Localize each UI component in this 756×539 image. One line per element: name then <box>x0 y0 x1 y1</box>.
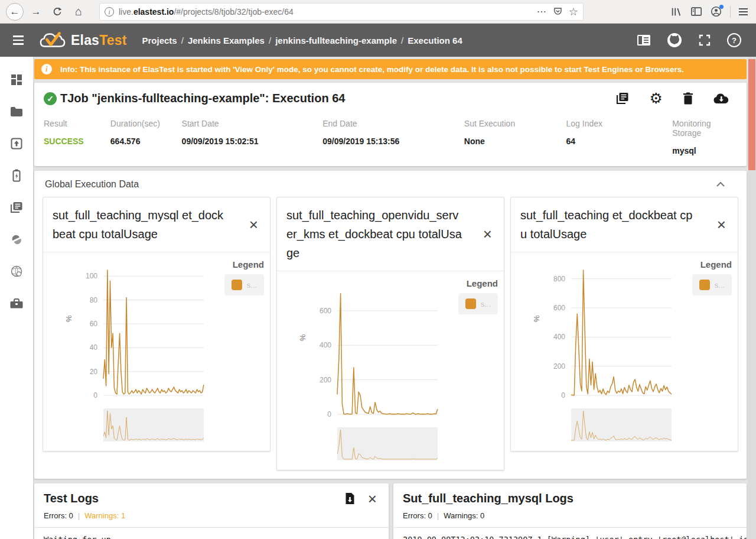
bookmark-star-icon[interactable]: ☆ <box>569 5 578 18</box>
sidebar-item-test-engines[interactable] <box>0 160 33 191</box>
test-logs-title: Test Logs <box>44 492 99 505</box>
chart-overview-strip[interactable] <box>571 408 733 441</box>
y-axis-label: % <box>64 315 73 322</box>
library-books-icon <box>10 202 23 213</box>
url-text[interactable]: live.elastest.io/#/projects/8/tjob/32/tj… <box>119 7 532 17</box>
publish-box-icon <box>11 138 22 150</box>
chart-area[interactable]: % 0200400600 Legend s... <box>277 271 504 470</box>
global-execution-data-title: Global Execution Data <box>45 179 139 190</box>
tjob-execution-title: TJob "jenkins-fullteaching-example": Exe… <box>60 92 345 105</box>
elastest-logo[interactable]: ElasTest <box>39 31 127 50</box>
browser-back-button[interactable]: ← <box>6 3 24 21</box>
browser-toolbar: ← → ⌂ i live.elastest.io/#/projects/8/tj… <box>0 0 756 24</box>
dashboard-icon <box>11 74 22 86</box>
success-check-icon: ✓ <box>44 92 57 105</box>
y-axis-label: % <box>532 315 541 322</box>
metric-chart-card-openvidu: sut_full_teaching_openvidu_server_kms et… <box>276 197 504 470</box>
sidebar-item-projects[interactable] <box>0 96 33 128</box>
chart-area[interactable]: % 0200400600800 Legend s... <box>511 252 738 451</box>
elastest-wordmark: ElasTest <box>71 33 127 48</box>
view-only-banner: i Info: This instance of ElasTest is sta… <box>34 59 747 79</box>
legend-label: s... <box>715 281 725 290</box>
close-icon[interactable]: × <box>715 219 728 230</box>
legend-swatch <box>465 298 476 309</box>
banner-text: Info: This instance of ElasTest is start… <box>60 65 684 74</box>
close-icon[interactable]: × <box>247 219 260 230</box>
url-path: /#/projects/8/tjob/32/tjob-exec/64 <box>174 7 293 17</box>
legend-item[interactable]: s... <box>458 293 498 314</box>
legend-swatch <box>232 280 242 290</box>
warnings-count: Warnings: 0 <box>444 511 484 520</box>
breadcrumb-projects[interactable]: Projects <box>142 35 177 46</box>
page-actions-icon[interactable]: ⋯ <box>537 6 547 17</box>
sidebar-item-services[interactable] <box>0 223 33 255</box>
app-menu-button[interactable] <box>9 32 27 48</box>
help-icon[interactable]: ? <box>726 33 742 48</box>
github-icon[interactable] <box>666 32 683 48</box>
site-info-icon[interactable]: i <box>105 7 114 17</box>
chart-overview-strip[interactable] <box>337 427 499 460</box>
sidebars-toggle-icon[interactable] <box>690 7 702 17</box>
account-notification-dot <box>719 5 724 9</box>
chart-area[interactable]: % 020406080100 Legend s... <box>43 252 270 451</box>
library-icon[interactable] <box>670 7 682 17</box>
legend-item[interactable]: s... <box>224 274 264 296</box>
app-header: ElasTest Projects / Jenkins Examples / j… <box>0 24 756 57</box>
log-index-label: Log Index <box>566 119 673 128</box>
pocket-icon[interactable] <box>553 7 563 17</box>
metric-chart-card-fullteaching: sut_full_teaching et_dockbeat cpu totalU… <box>510 197 738 452</box>
monitoring-storage-label: Monitoring Storage <box>672 119 737 138</box>
log-index-value: 64 <box>566 137 673 146</box>
folder-icon <box>10 106 23 117</box>
account-button[interactable] <box>711 6 722 17</box>
sidebar-item-dashboard[interactable] <box>0 64 33 96</box>
legend-item[interactable]: s... <box>692 274 732 296</box>
fullscreen-icon[interactable] <box>698 34 711 47</box>
delete-trash-icon[interactable] <box>683 92 693 105</box>
half-circles-icon <box>11 233 22 245</box>
legend-swatch <box>699 280 710 290</box>
browser-refresh-button[interactable] <box>48 3 66 21</box>
chart-overview-strip[interactable] <box>103 408 265 441</box>
page-scrollbar[interactable] <box>748 57 756 539</box>
collapse-chevron-up-icon[interactable] <box>716 181 736 187</box>
sidebar-item-logs[interactable] <box>0 191 33 223</box>
breadcrumb-execution: Execution 64 <box>408 35 462 46</box>
svg-text:100: 100 <box>86 272 97 280</box>
download-log-file-icon[interactable] <box>345 492 355 505</box>
breadcrumb-project-name[interactable]: Jenkins Examples <box>188 35 265 46</box>
duration-value: 664.576 <box>110 137 182 146</box>
browser-forward-button[interactable]: → <box>27 3 45 21</box>
svg-text:800: 800 <box>553 275 565 283</box>
tjob-execution-card: ✓ TJob "jenkins-fullteaching-example": E… <box>34 83 747 166</box>
end-date-label: End Date <box>322 119 464 128</box>
breadcrumb-tjob-name[interactable]: jenkins-fullteaching-example <box>275 35 397 46</box>
cloud-download-icon[interactable] <box>713 93 729 105</box>
breadcrumb-separator: / <box>401 35 403 46</box>
svg-text:0: 0 <box>327 410 331 418</box>
close-icon[interactable]: × <box>366 493 379 505</box>
scrollbar-thumb[interactable] <box>748 59 755 170</box>
errors-count: Errors: 0 <box>403 511 432 520</box>
url-domain: elastest.io <box>133 7 174 17</box>
copy-logs-icon[interactable] <box>615 92 630 105</box>
config-gear-icon[interactable]: ⚙ <box>650 91 663 106</box>
browser-home-button[interactable]: ⌂ <box>70 3 87 21</box>
url-bar[interactable]: i live.elastest.io/#/projects/8/tjob/32/… <box>99 3 584 21</box>
chart-title: sut_full_teaching_mysql et_dockbeat cpu … <box>53 206 230 243</box>
sidebar-item-browsers[interactable] <box>0 255 33 287</box>
log-viewer[interactable]: Waiting for upWaiting for up <box>34 528 389 539</box>
news-panel-icon[interactable] <box>637 34 651 46</box>
battery-bolt-icon <box>12 169 21 182</box>
logo-elas: Elas <box>71 33 99 48</box>
warnings-count: Warnings: 1 <box>84 511 125 520</box>
refresh-icon <box>52 7 63 17</box>
svg-text:?: ? <box>732 36 737 45</box>
sut-execution-value: None <box>464 137 566 146</box>
close-icon[interactable]: × <box>481 228 494 240</box>
sidebar-item-suts[interactable] <box>0 128 33 160</box>
log-viewer[interactable]: 2019-09-09T13:03:10.731390Z 1 [Warning] … <box>393 528 747 539</box>
sidebar-item-help-tools[interactable] <box>0 287 33 319</box>
sut-execution-label: Sut Execution <box>464 119 566 128</box>
browser-menu-button[interactable] <box>739 8 748 15</box>
